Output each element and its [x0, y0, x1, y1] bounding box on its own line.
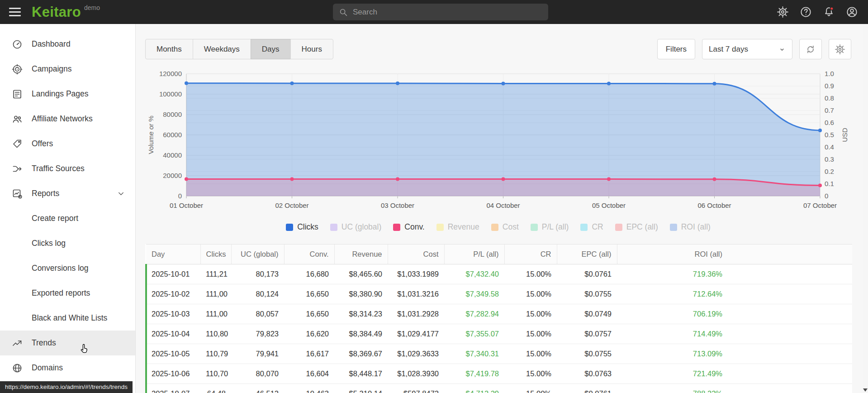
legend-label: Conv. [404, 222, 424, 232]
cell-revenue: $8,448.17 [334, 364, 388, 384]
menu-icon[interactable] [9, 8, 21, 16]
cell-conv: 16,650 [284, 284, 334, 304]
sidebar-item-landings-pages[interactable]: Landings Pages [0, 81, 135, 106]
legend-item-cost[interactable]: Cost [491, 222, 519, 232]
cell-roi-all: 714.49% [617, 324, 728, 344]
granularity-tabs: MonthsWeekdaysDaysHours [145, 39, 333, 59]
sidebar-item-clicks-log[interactable]: Clicks log [0, 231, 135, 256]
search-input[interactable] [353, 8, 543, 17]
sidebar-item-reports[interactable]: Reports [0, 181, 135, 206]
tab-days[interactable]: Days [251, 39, 291, 59]
cell-revenue: $8,369.67 [334, 344, 388, 364]
svg-text:0.9: 0.9 [825, 82, 834, 90]
cell-roi-all: 706.19% [617, 304, 728, 324]
sidebar-item-traffic-sources[interactable]: Traffic Sources [0, 156, 135, 181]
sidebar-item-campaigns[interactable]: Campaigns [0, 57, 135, 81]
sidebar-item-offers[interactable]: Offers [0, 131, 135, 156]
legend-item-roi-all[interactable]: ROI (all) [670, 222, 711, 232]
gear-icon[interactable] [777, 6, 789, 18]
sidebar-item-label: Landings Pages [32, 89, 89, 99]
logo[interactable]: Keitaro [32, 4, 81, 20]
cell-roi-all: 712.64% [617, 284, 728, 304]
sidebar-item-exported-reports[interactable]: Exported reports [0, 281, 135, 306]
notifications-bell-icon[interactable] [823, 6, 835, 18]
cell-day: 2025-10-06 [146, 364, 200, 384]
chevron-down-icon [778, 46, 786, 53]
sidebar-item-create-report[interactable]: Create report [0, 206, 135, 231]
gear-icon [835, 44, 845, 55]
tab-weekdays[interactable]: Weekdays [193, 39, 251, 59]
svg-text:40000: 40000 [163, 151, 182, 159]
sidebar-item-label: Create report [32, 214, 78, 223]
sidebar-item-trends[interactable]: Trends [0, 331, 135, 355]
legend-label: Revenue [448, 222, 479, 232]
svg-text:USD: USD [841, 128, 849, 142]
sidebar-item-label: Conversions log [32, 264, 88, 273]
svg-text:01 October: 01 October [170, 201, 203, 209]
cell-clicks: 110,79 [200, 344, 231, 364]
sidebar-item-label: Traffic Sources [32, 164, 85, 173]
user-account-icon[interactable] [846, 6, 858, 18]
svg-text:1.0: 1.0 [825, 70, 834, 77]
sidebar-item-label: Affiliate Networks [32, 114, 93, 124]
legend-item-clicks[interactable]: Clicks [286, 222, 318, 232]
legend-swatch [393, 224, 400, 231]
cell-p-l-all: $7,349.58 [444, 284, 504, 304]
sidebar-item-affiliate-networks[interactable]: Affiliate Networks [0, 106, 135, 131]
help-icon[interactable] [800, 6, 812, 18]
offers-icon [12, 139, 23, 149]
chart-settings-button[interactable] [829, 39, 851, 59]
legend-item-p-l-all[interactable]: P/L (all) [531, 222, 569, 232]
legend-label: Cost [503, 222, 519, 232]
refresh-button[interactable] [799, 39, 822, 59]
cell-uc-global: 79,823 [231, 324, 284, 344]
svg-text:0.2: 0.2 [825, 168, 834, 175]
cell-uc-global: 46,512 [231, 384, 284, 393]
cell-conv: 16,680 [284, 264, 334, 284]
scrollbar[interactable] [863, 24, 868, 393]
tab-hours[interactable]: Hours [290, 39, 333, 59]
cell-cost: $597.8472 [388, 384, 444, 393]
sidebar-item-conversions-log[interactable]: Conversions log [0, 256, 135, 281]
legend-item-cr[interactable]: CR [580, 222, 603, 232]
table-row: 2025-10-05110,7979,94116,617$8,369.67$1,… [146, 344, 852, 364]
cell-epc-all: $0.0757 [557, 324, 617, 344]
legend-label: UC (global) [342, 222, 382, 232]
cell-day: 2025-10-07 [146, 384, 200, 393]
legend-label: ROI (all) [681, 222, 711, 232]
legend-item-uc-global[interactable]: UC (global) [330, 222, 382, 232]
cell-day: 2025-10-05 [146, 344, 200, 364]
affiliates-icon [12, 114, 23, 125]
cell-p-l-all: $7,355.07 [444, 324, 504, 344]
svg-text:0.8: 0.8 [825, 94, 834, 102]
legend-swatch [615, 224, 622, 231]
legend-swatch [286, 224, 293, 231]
cell-epc-all: $0.0761 [557, 384, 617, 393]
svg-text:0.1: 0.1 [825, 180, 834, 187]
date-range-select[interactable]: Last 7 days [702, 39, 792, 59]
svg-text:100000: 100000 [159, 90, 182, 98]
cell-p-l-all: $4,712.29 [444, 384, 504, 393]
filters-button[interactable]: Filters [657, 39, 695, 59]
sidebar-item-dashboard[interactable]: Dashboard [0, 32, 135, 57]
search-box[interactable] [333, 4, 548, 20]
sidebar-item-black-and-white-lists[interactable]: Black and White Lists [0, 306, 135, 331]
cell-filler [728, 324, 852, 344]
cell-epc-all: $0.0761 [557, 264, 617, 284]
dashboard-icon [12, 39, 23, 50]
sidebar-item-domains[interactable]: Domains [0, 355, 135, 380]
svg-text:0.3: 0.3 [825, 155, 834, 163]
cell-revenue: $8,314.23 [334, 304, 388, 324]
legend-item-conv[interactable]: Conv. [393, 222, 424, 232]
cell-clicks: 110,70 [200, 364, 231, 384]
scrollbar-down-arrow[interactable] [863, 388, 868, 392]
cell-cost: $1,028.3930 [388, 364, 444, 384]
legend-item-epc-all[interactable]: EPC (all) [615, 222, 658, 232]
legend-label: Clicks [297, 222, 318, 232]
column-header-day: Day [146, 244, 200, 264]
tab-months[interactable]: Months [145, 39, 193, 59]
table-row: 2025-10-0764,4846,51210,463$5,310.14$597… [146, 384, 852, 393]
svg-text:0.5: 0.5 [825, 131, 834, 139]
svg-text:04 October: 04 October [486, 201, 520, 209]
legend-item-revenue[interactable]: Revenue [436, 222, 479, 232]
